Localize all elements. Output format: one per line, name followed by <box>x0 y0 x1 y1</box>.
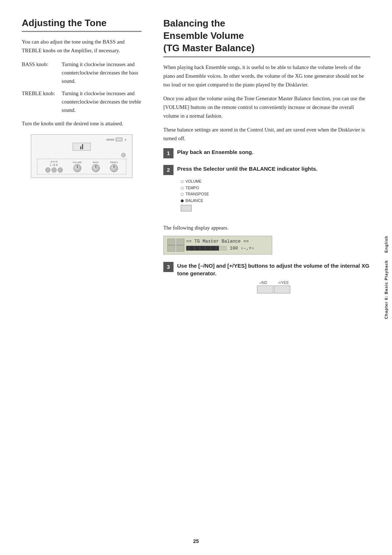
amp-top-bar: MAINS ● <box>34 138 129 141</box>
aux-jack-3 <box>58 167 63 173</box>
aux-jack-l <box>45 167 50 173</box>
step1-title: Play back an Ensemble song. <box>177 148 370 156</box>
transpose-dot <box>181 193 184 196</box>
page-number: 25 <box>193 538 199 544</box>
power-indicator <box>121 153 126 157</box>
selector-transpose: TRANSPOSE <box>181 191 209 198</box>
display-bars <box>80 144 83 149</box>
treble-label-img: TREBLE <box>110 161 118 163</box>
amplifier-image: MAINS ● AUX I <box>31 134 132 178</box>
right-para3: These balance settings are stored in the… <box>163 126 370 143</box>
bass-group: BASS <box>92 161 100 172</box>
side-tab: English Chapter 6: Basic Playback <box>380 0 392 555</box>
tempo-dot <box>181 187 184 190</box>
no-button[interactable] <box>257 285 273 293</box>
main-content: Adjusting the Tone You can also adjust t… <box>0 0 392 555</box>
btn-label-no: –/NO <box>259 281 267 285</box>
lcd-line2: ████████████░░░ 100 ‹–,+› <box>167 245 268 252</box>
right-para1: When playing back Ensemble songs, it is … <box>163 63 370 89</box>
step1-content: Play back an Ensemble song. <box>177 148 370 156</box>
step2-title: Press the Selector until the BALANCE ind… <box>177 165 370 173</box>
aux-label: AUX IN <box>50 161 58 163</box>
lcd-digit1 <box>167 239 175 245</box>
bass-term: BASS knob: <box>22 60 62 86</box>
step3-container: 3 Use the [–/NO] and [+/YES] buttons to … <box>163 262 370 297</box>
step2-content: Press the Selector until the BALANCE ind… <box>177 165 370 217</box>
yes-button[interactable] <box>274 285 290 293</box>
left-intro: You can also adjust the tone using the B… <box>22 38 142 55</box>
vol-label: VOLUME <box>73 161 82 163</box>
mains-switch <box>116 138 122 141</box>
turn-knobs-text: Turn the knobs until the desired tone is… <box>22 119 142 128</box>
aux-lr: L+R R <box>50 163 58 167</box>
lcd-line1: == TG Master Balance == <box>167 238 268 245</box>
selector-volume: VOLUME <box>181 178 209 185</box>
treble-knob <box>110 164 118 172</box>
bar2 <box>82 144 83 149</box>
step1-container: 1 Play back an Ensemble song. <box>163 148 370 158</box>
left-column: Adjusting the Tone You can also adjust t… <box>0 17 152 538</box>
right-section-title: Balancing the Ensemble Volume (TG Master… <box>163 17 370 57</box>
step1-number: 1 <box>163 148 173 158</box>
mains-label: MAINS <box>106 138 114 141</box>
btn-label-yes: +/YES <box>278 281 289 285</box>
following-text: The following display appears. <box>163 224 370 232</box>
side-tab-chapter: Chapter 6: Basic Playback <box>384 260 388 319</box>
selector-tempo: TEMPO <box>181 185 209 191</box>
treble-def: TREBLE knob: Turning it clockwise increa… <box>22 89 142 115</box>
step3-number: 3 <box>163 262 173 272</box>
button-labels: –/NO +/YES <box>259 281 289 285</box>
lcd-text1: == TG Master Balance == <box>186 238 249 245</box>
volume-group: VOLUME <box>73 161 82 172</box>
selector-button-visual <box>181 205 192 211</box>
bass-knob <box>92 164 100 172</box>
amp-display <box>73 143 91 151</box>
page: Adjusting the Tone You can also adjust t… <box>0 0 392 555</box>
amp-controls: AUX IN L+R R VOLUME <box>37 159 126 174</box>
bass-desc: Turning it clockwise increases and count… <box>62 60 142 86</box>
lcd-digit2 <box>176 239 184 245</box>
bass-def: BASS knob: Turning it clockwise increase… <box>22 60 142 86</box>
side-tab-english: English <box>384 236 388 253</box>
lcd-digit4 <box>176 245 184 252</box>
button-pair <box>257 285 290 293</box>
definition-list: BASS knob: Turning it clockwise increase… <box>22 60 142 114</box>
aux-jack-r <box>52 167 57 173</box>
right-para2: Once you adjust the volume using the Ton… <box>163 94 370 121</box>
aux-in-group: AUX IN L+R R <box>45 161 63 173</box>
right-column: Balancing the Ensemble Volume (TG Master… <box>152 17 392 538</box>
button-panel: –/NO +/YES <box>177 281 370 293</box>
lcd-blocks: ████████████░░░ 100 ‹–,+› <box>186 245 254 252</box>
step3-title: Use the [–/NO] and [+/YES] buttons to ad… <box>177 262 370 277</box>
step2-container: 2 Press the Selector until the BALANCE i… <box>163 165 370 217</box>
step2-number: 2 <box>163 165 173 175</box>
bass-label-img: BASS <box>93 161 99 163</box>
treble-term: TREBLE knob: <box>22 89 62 115</box>
step3-content: Use the [–/NO] and [+/YES] buttons to ad… <box>177 262 370 297</box>
volume-knob <box>73 164 81 172</box>
lcd-digit3 <box>167 245 175 252</box>
left-section-title: Adjusting the Tone <box>22 17 142 32</box>
balance-dot <box>181 199 184 202</box>
treble-group: TREBLE <box>110 161 118 172</box>
bar1 <box>80 146 81 149</box>
selector-balance: BALANCE <box>181 198 209 204</box>
lcd-display: == TG Master Balance == ████████████░░░ … <box>163 236 272 255</box>
selector-panel: VOLUME TEMPO TRANSPOSE BALANCE <box>177 176 213 214</box>
volume-dot <box>181 180 184 183</box>
treble-desc: Turning it clockwise increases and count… <box>62 89 142 115</box>
